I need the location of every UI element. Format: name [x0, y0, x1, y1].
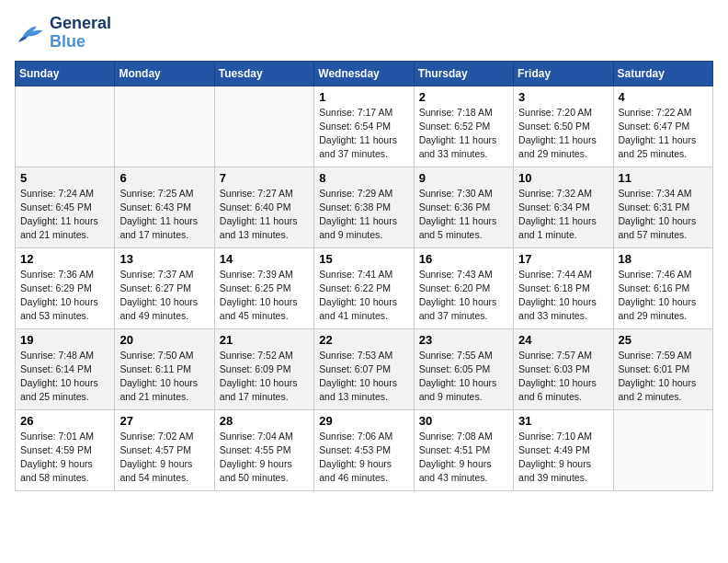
day-number: 7 [220, 171, 309, 185]
day-number: 16 [419, 252, 508, 266]
calendar-cell: 27Sunrise: 7:02 AMSunset: 4:57 PMDayligh… [115, 409, 214, 490]
calendar-cell [115, 86, 214, 167]
day-info: Sunrise: 7:46 AMSunset: 6:16 PMDaylight:… [619, 268, 708, 324]
calendar-cell: 4Sunrise: 7:22 AMSunset: 6:47 PMDaylight… [613, 86, 712, 167]
day-number: 12 [20, 252, 109, 266]
day-number: 24 [518, 333, 608, 347]
day-number: 9 [419, 171, 508, 185]
day-number: 18 [619, 252, 708, 266]
day-info: Sunrise: 7:34 AMSunset: 6:31 PMDaylight:… [619, 187, 708, 243]
weekday-header: Sunday [16, 61, 115, 86]
day-number: 21 [220, 333, 309, 347]
calendar-cell: 3Sunrise: 7:20 AMSunset: 6:50 PMDaylight… [514, 86, 613, 167]
day-number: 14 [220, 252, 309, 266]
calendar-cell: 25Sunrise: 7:59 AMSunset: 6:01 PMDayligh… [613, 328, 712, 409]
calendar-week-row: 12Sunrise: 7:36 AMSunset: 6:29 PMDayligh… [16, 247, 713, 328]
calendar-cell: 10Sunrise: 7:32 AMSunset: 6:34 PMDayligh… [514, 167, 613, 247]
calendar-cell: 1Sunrise: 7:17 AMSunset: 6:54 PMDaylight… [314, 86, 414, 167]
day-number: 15 [319, 252, 408, 266]
day-info: Sunrise: 7:10 AMSunset: 4:49 PMDaylight:… [518, 430, 608, 486]
weekday-header: Thursday [414, 61, 513, 86]
calendar-cell: 5Sunrise: 7:24 AMSunset: 6:45 PMDaylight… [16, 167, 115, 247]
page-header: General Blue [15, 15, 713, 52]
calendar-week-row: 26Sunrise: 7:01 AMSunset: 4:59 PMDayligh… [16, 409, 713, 490]
day-number: 13 [119, 252, 209, 266]
calendar-cell: 24Sunrise: 7:57 AMSunset: 6:03 PMDayligh… [514, 328, 613, 409]
calendar-cell: 15Sunrise: 7:41 AMSunset: 6:22 PMDayligh… [314, 247, 414, 328]
day-info: Sunrise: 7:53 AMSunset: 6:07 PMDaylight:… [319, 349, 408, 405]
day-info: Sunrise: 7:18 AMSunset: 6:52 PMDaylight:… [419, 106, 508, 162]
calendar-cell: 29Sunrise: 7:06 AMSunset: 4:53 PMDayligh… [314, 409, 414, 490]
day-info: Sunrise: 7:29 AMSunset: 6:38 PMDaylight:… [319, 187, 408, 243]
day-info: Sunrise: 7:39 AMSunset: 6:25 PMDaylight:… [220, 268, 309, 324]
day-info: Sunrise: 7:36 AMSunset: 6:29 PMDaylight:… [20, 268, 109, 324]
weekday-header: Tuesday [214, 61, 313, 86]
day-info: Sunrise: 7:43 AMSunset: 6:20 PMDaylight:… [419, 268, 508, 324]
calendar-cell: 7Sunrise: 7:27 AMSunset: 6:40 PMDaylight… [214, 167, 313, 247]
day-info: Sunrise: 7:02 AMSunset: 4:57 PMDaylight:… [119, 430, 209, 486]
calendar-cell: 30Sunrise: 7:08 AMSunset: 4:51 PMDayligh… [414, 409, 513, 490]
calendar-cell: 6Sunrise: 7:25 AMSunset: 6:43 PMDaylight… [115, 167, 214, 247]
day-info: Sunrise: 7:24 AMSunset: 6:45 PMDaylight:… [20, 187, 109, 243]
calendar-cell: 22Sunrise: 7:53 AMSunset: 6:07 PMDayligh… [314, 328, 414, 409]
calendar-cell: 2Sunrise: 7:18 AMSunset: 6:52 PMDaylight… [414, 86, 513, 167]
day-number: 1 [319, 90, 408, 104]
day-number: 8 [319, 171, 408, 185]
logo-icon [15, 20, 44, 46]
day-info: Sunrise: 7:30 AMSunset: 6:36 PMDaylight:… [419, 187, 508, 243]
day-info: Sunrise: 7:08 AMSunset: 4:51 PMDaylight:… [419, 430, 508, 486]
day-info: Sunrise: 7:32 AMSunset: 6:34 PMDaylight:… [518, 187, 608, 243]
day-number: 6 [119, 171, 209, 185]
calendar-table: SundayMondayTuesdayWednesdayThursdayFrid… [15, 61, 713, 491]
calendar-cell: 14Sunrise: 7:39 AMSunset: 6:25 PMDayligh… [214, 247, 313, 328]
logo: General Blue [15, 15, 111, 52]
calendar-cell: 21Sunrise: 7:52 AMSunset: 6:09 PMDayligh… [214, 328, 313, 409]
calendar-cell: 11Sunrise: 7:34 AMSunset: 6:31 PMDayligh… [613, 167, 712, 247]
day-number: 27 [119, 414, 209, 428]
calendar-cell: 31Sunrise: 7:10 AMSunset: 4:49 PMDayligh… [514, 409, 613, 490]
day-number: 31 [518, 414, 608, 428]
day-info: Sunrise: 7:27 AMSunset: 6:40 PMDaylight:… [220, 187, 309, 243]
calendar-cell: 20Sunrise: 7:50 AMSunset: 6:11 PMDayligh… [115, 328, 214, 409]
day-number: 30 [419, 414, 508, 428]
day-info: Sunrise: 7:55 AMSunset: 6:05 PMDaylight:… [419, 349, 508, 405]
day-number: 5 [20, 171, 109, 185]
day-number: 11 [619, 171, 708, 185]
logo-text: General Blue [50, 15, 111, 52]
day-info: Sunrise: 7:59 AMSunset: 6:01 PMDaylight:… [619, 349, 708, 405]
day-number: 10 [518, 171, 608, 185]
weekday-header: Friday [514, 61, 613, 86]
weekday-header: Wednesday [314, 61, 414, 86]
calendar-cell [16, 86, 115, 167]
calendar-cell: 12Sunrise: 7:36 AMSunset: 6:29 PMDayligh… [16, 247, 115, 328]
calendar-cell: 8Sunrise: 7:29 AMSunset: 6:38 PMDaylight… [314, 167, 414, 247]
day-number: 4 [619, 90, 708, 104]
calendar-cell: 13Sunrise: 7:37 AMSunset: 6:27 PMDayligh… [115, 247, 214, 328]
day-info: Sunrise: 7:52 AMSunset: 6:09 PMDaylight:… [220, 349, 309, 405]
calendar-cell: 19Sunrise: 7:48 AMSunset: 6:14 PMDayligh… [16, 328, 115, 409]
calendar-cell: 26Sunrise: 7:01 AMSunset: 4:59 PMDayligh… [16, 409, 115, 490]
day-number: 23 [419, 333, 508, 347]
calendar-week-row: 1Sunrise: 7:17 AMSunset: 6:54 PMDaylight… [16, 86, 713, 167]
calendar-cell [214, 86, 313, 167]
calendar-cell: 18Sunrise: 7:46 AMSunset: 6:16 PMDayligh… [613, 247, 712, 328]
calendar-week-row: 5Sunrise: 7:24 AMSunset: 6:45 PMDaylight… [16, 167, 713, 247]
day-info: Sunrise: 7:04 AMSunset: 4:55 PMDaylight:… [220, 430, 309, 486]
calendar-cell: 23Sunrise: 7:55 AMSunset: 6:05 PMDayligh… [414, 328, 513, 409]
day-number: 2 [419, 90, 508, 104]
day-info: Sunrise: 7:17 AMSunset: 6:54 PMDaylight:… [319, 106, 408, 162]
day-number: 29 [319, 414, 408, 428]
day-number: 20 [119, 333, 209, 347]
calendar-header: SundayMondayTuesdayWednesdayThursdayFrid… [16, 61, 713, 86]
calendar-cell: 9Sunrise: 7:30 AMSunset: 6:36 PMDaylight… [414, 167, 513, 247]
day-number: 17 [518, 252, 608, 266]
calendar-cell: 17Sunrise: 7:44 AMSunset: 6:18 PMDayligh… [514, 247, 613, 328]
day-number: 28 [220, 414, 309, 428]
calendar-cell [613, 409, 712, 490]
day-info: Sunrise: 7:01 AMSunset: 4:59 PMDaylight:… [20, 430, 109, 486]
weekday-header: Saturday [613, 61, 712, 86]
day-number: 3 [518, 90, 608, 104]
day-info: Sunrise: 7:41 AMSunset: 6:22 PMDaylight:… [319, 268, 408, 324]
weekday-header: Monday [115, 61, 214, 86]
day-info: Sunrise: 7:20 AMSunset: 6:50 PMDaylight:… [518, 106, 608, 162]
